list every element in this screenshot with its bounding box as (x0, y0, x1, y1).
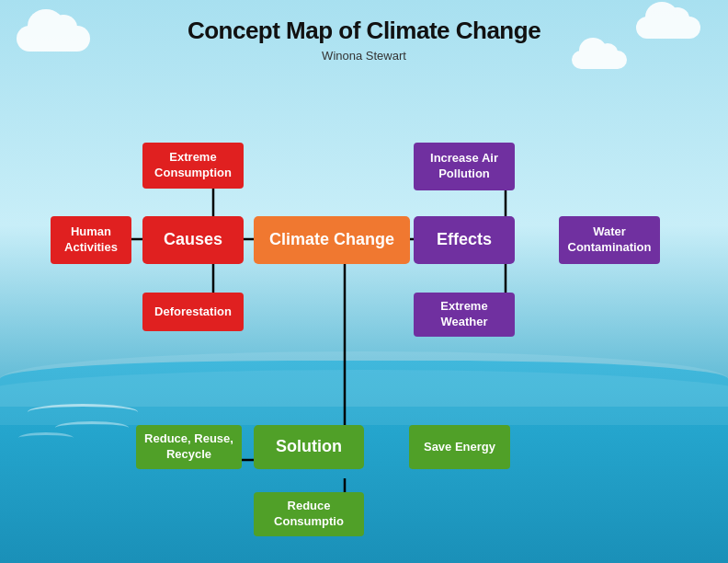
extreme-consumption-box: Extreme Consumption (142, 143, 244, 189)
climate-change-box: Climate Change (254, 216, 410, 264)
content-layer: Concept Map of Climate Change Winona Ste… (0, 0, 728, 563)
solution-box: Solution (254, 425, 364, 469)
water-contamination-box: Water Contamination (559, 216, 660, 264)
reduce-reuse-recycle-box: Reduce, Reuse, Recycle (136, 425, 242, 469)
reduce-consumption-box: Reduce Consumptio (254, 492, 364, 536)
increase-air-pollution-box: Increase Air Pollution (414, 143, 515, 190)
human-activities-box: Human Activities (51, 216, 131, 264)
connector-lines (37, 83, 691, 545)
page-subtitle: Winona Stewart (0, 49, 728, 63)
deforestation-box: Deforestation (142, 293, 244, 331)
page-title: Concept Map of Climate Change (0, 0, 728, 45)
causes-box: Causes (142, 216, 244, 264)
extreme-weather-box: Extreme Weather (414, 293, 515, 337)
effects-box: Effects (414, 216, 515, 264)
save-energy-box: Save Energy (409, 425, 510, 469)
